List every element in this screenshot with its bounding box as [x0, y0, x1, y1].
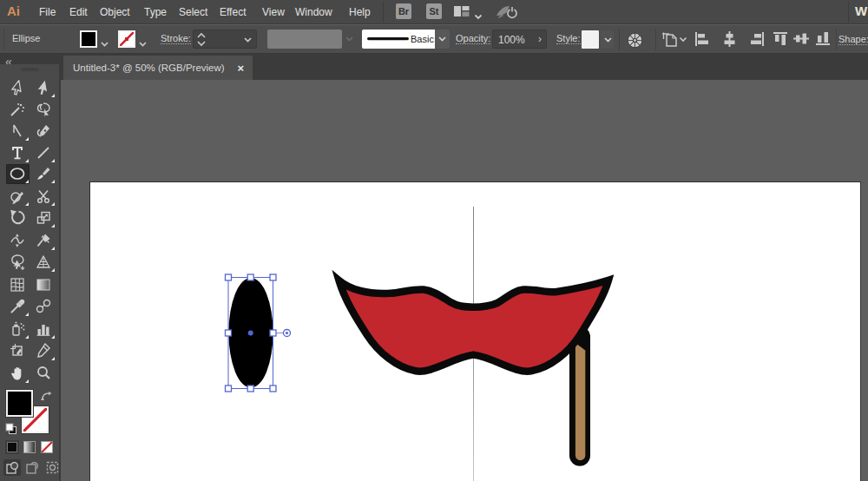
align-left-icon[interactable] — [694, 31, 709, 50]
align-middle-icon[interactable] — [793, 31, 809, 49]
stock-button[interactable]: St — [426, 3, 442, 19]
menu-window[interactable]: Window — [295, 6, 332, 18]
workspace-chevron-icon[interactable] — [474, 8, 483, 23]
align-center-icon[interactable] — [722, 31, 737, 50]
tool-line-segment[interactable] — [32, 143, 56, 163]
menu-type[interactable]: Type — [144, 6, 167, 18]
tool-type[interactable] — [6, 143, 30, 163]
stroke-chevron-icon[interactable] — [138, 36, 148, 51]
tool-rotate[interactable] — [6, 208, 30, 228]
opacity-expand-arrow[interactable]: › — [538, 33, 542, 45]
align-top-icon[interactable] — [773, 31, 788, 49]
menu-help[interactable]: Help — [349, 6, 371, 18]
controlbar-separator-3 — [836, 29, 837, 50]
tool-artboard[interactable] — [6, 341, 30, 361]
gradient-mode-button[interactable] — [23, 440, 36, 454]
tool-scale[interactable] — [32, 208, 56, 228]
tool-gradient[interactable] — [32, 275, 56, 295]
tool-ellipse[interactable] — [6, 164, 30, 184]
align-bottom-icon[interactable] — [815, 31, 831, 49]
width-profile-dropdown-disabled — [267, 30, 342, 49]
selected-object-label: Ellipse — [12, 33, 40, 43]
controlbar-separator-1 — [619, 29, 620, 50]
style-panel-link[interactable]: Style: — [556, 33, 581, 44]
style-swatch[interactable] — [582, 30, 599, 49]
document-setup-icon[interactable] — [661, 31, 681, 52]
workspace-layout-icon[interactable] — [454, 5, 470, 22]
gpu-performance-rocket-icon[interactable] — [495, 3, 517, 24]
bridge-button[interactable]: Br — [396, 3, 411, 19]
control-bar: Ellipse Stroke: Basic Opacity: 100% › St… — [0, 25, 868, 54]
menu-file[interactable]: File — [39, 6, 56, 18]
swap-fill-stroke-icon[interactable] — [40, 391, 52, 406]
tool-pen[interactable] — [6, 122, 30, 142]
menu-object[interactable]: Object — [100, 6, 130, 18]
document-tab-title: Untitled-3* @ 50% (RGB/Preview) — [73, 63, 225, 73]
menu-bar: Ai File Edit Object Type Select Effect V… — [0, 0, 868, 24]
fill-chevron-icon[interactable] — [100, 36, 109, 51]
tool-free-transform[interactable] — [32, 231, 56, 251]
tool-column-graph[interactable] — [32, 320, 56, 339]
recolor-artwork-icon[interactable] — [627, 32, 643, 52]
tools-panel — [0, 64, 61, 481]
tool-zoom[interactable] — [32, 364, 56, 384]
tool-paintbrush[interactable] — [32, 164, 56, 184]
opacity-combo[interactable]: 100% › — [492, 30, 547, 49]
tool-shaper[interactable] — [6, 187, 30, 207]
width-profile-chevron-icon — [345, 36, 354, 43]
menu-edit[interactable]: Edit — [69, 6, 88, 18]
color-mode-button[interactable] — [5, 440, 19, 454]
tab-close-icon[interactable]: × — [237, 62, 244, 75]
tool-width[interactable] — [6, 231, 30, 251]
draw-inside-button[interactable] — [43, 459, 61, 476]
brush-definition-dropdown[interactable]: Basic — [362, 30, 435, 49]
document-setup-chevron-icon[interactable] — [679, 36, 687, 43]
brush-stroke-preview — [367, 37, 409, 41]
controlbar-grip — [3, 29, 4, 49]
tool-hand[interactable] — [6, 364, 30, 384]
stroke-panel-link[interactable]: Stroke: — [161, 33, 191, 44]
tool-shape-builder[interactable] — [6, 253, 30, 273]
tool-magic-wand[interactable] — [6, 100, 30, 120]
align-right-icon[interactable] — [750, 31, 765, 50]
stroke-weight-combo[interactable] — [193, 30, 257, 49]
tool-symbol-sprayer[interactable] — [6, 320, 30, 339]
tool-curvature[interactable] — [32, 122, 56, 142]
tool-eyedropper[interactable] — [6, 297, 30, 317]
corner-letter: W — [855, 3, 867, 18]
menu-effect[interactable]: Effect — [220, 6, 246, 18]
brush-name-label: Basic — [411, 34, 434, 44]
menu-select[interactable]: Select — [179, 6, 207, 18]
draw-behind-button[interactable] — [23, 459, 41, 476]
brush-chevron-button[interactable] — [435, 30, 450, 49]
tab-strip: « Untitled-3* @ 50% (RGB/Preview) × — [0, 54, 868, 80]
tool-perspective-grid[interactable] — [32, 253, 56, 273]
illustrator-logo: Ai — [7, 3, 20, 18]
opacity-panel-link[interactable]: Opacity: — [456, 33, 490, 44]
artboard[interactable] — [89, 181, 861, 481]
stroke-color-swatch[interactable] — [118, 30, 135, 48]
tool-scissors[interactable] — [32, 187, 56, 207]
menubar-right-separator — [848, 2, 849, 23]
default-fill-stroke-icon[interactable] — [5, 423, 17, 438]
fill-swatch-indicator[interactable] — [6, 390, 33, 417]
controlbar-separator-2 — [655, 29, 656, 50]
fill-color-swatch[interactable] — [80, 30, 97, 48]
document-tab[interactable]: Untitled-3* @ 50% (RGB/Preview) × — [63, 56, 253, 80]
tools-panel-grip[interactable] — [21, 68, 39, 71]
menubar-separator — [383, 2, 384, 23]
tool-mesh[interactable] — [6, 275, 30, 295]
draw-normal-button[interactable] — [3, 459, 21, 476]
opacity-value: 100% — [498, 34, 525, 46]
shape-panel-link[interactable]: Shape: — [838, 34, 868, 45]
none-mode-button[interactable] — [40, 440, 54, 454]
tool-blend[interactable] — [32, 297, 56, 317]
style-chevron-button[interactable] — [601, 30, 614, 49]
tool-selection[interactable] — [6, 78, 30, 98]
tool-lasso[interactable] — [32, 100, 56, 120]
menu-view[interactable]: View — [262, 6, 285, 18]
tool-direct-selection[interactable] — [32, 78, 56, 98]
tool-slice[interactable] — [32, 341, 56, 361]
